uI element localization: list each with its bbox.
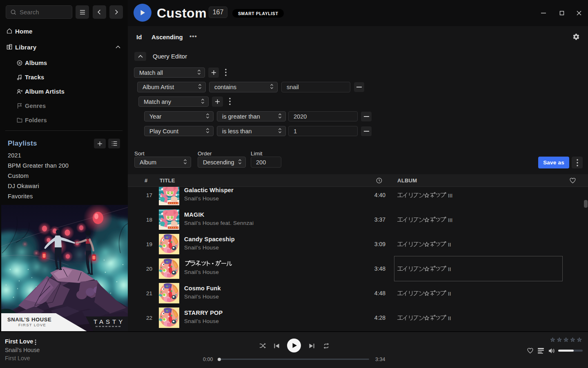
svg-text:TASTY: TASTY: [94, 318, 125, 325]
svg-text:FIRST LOVE: FIRST LOVE: [18, 323, 46, 327]
svg-text:III: III: [448, 217, 452, 223]
svg-text:II: II: [448, 291, 451, 297]
svg-text:III: III: [448, 193, 452, 199]
svg-text:II: II: [448, 315, 451, 321]
svg-text:II: II: [448, 242, 451, 248]
svg-text:SNAIL’S HOUSE: SNAIL’S HOUSE: [7, 316, 51, 323]
